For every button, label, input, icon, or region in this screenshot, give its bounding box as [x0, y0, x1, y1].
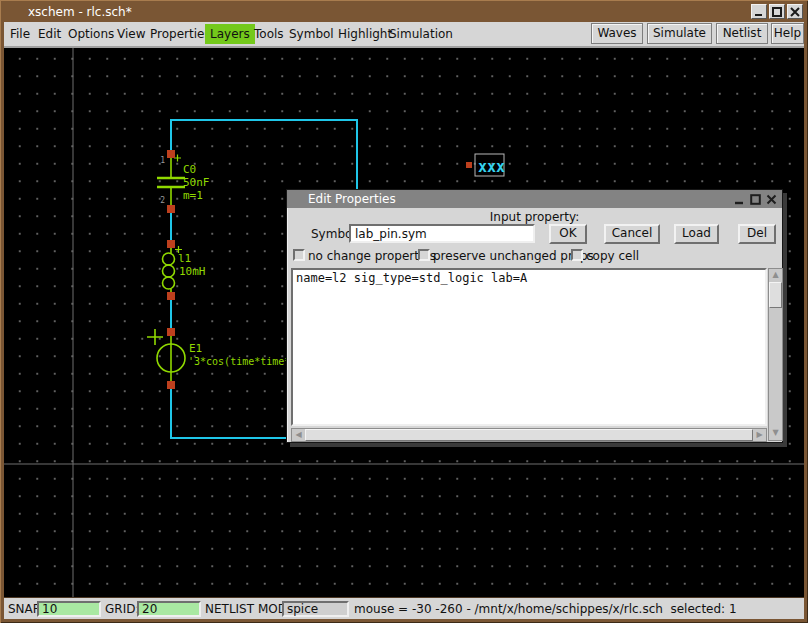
- canvas-top-border: [4, 46, 804, 48]
- pin-square[interactable]: [167, 381, 175, 389]
- cap-pin2-number: 2: [160, 196, 165, 205]
- close-icon: [790, 7, 800, 17]
- edit-properties-dialog: Edit Properties Input property: Symbol l…: [286, 189, 783, 443]
- pin-square[interactable]: [167, 150, 175, 158]
- maximize-icon: [772, 7, 782, 17]
- pin-square[interactable]: [167, 292, 175, 300]
- help-button[interactable]: Help: [771, 23, 804, 44]
- preserve-unchanged-props-checkbox[interactable]: [418, 249, 430, 261]
- ind-ref-label: l1: [178, 252, 191, 265]
- menu-symbol[interactable]: Symbol: [289, 27, 334, 41]
- dialog-title: Edit Properties: [308, 192, 396, 206]
- snap-input[interactable]: 10: [37, 601, 101, 617]
- menu-view[interactable]: View: [117, 27, 145, 41]
- cap-ref-label: C0: [183, 163, 196, 176]
- xschem-window: xschem - rlc.sch* File Edit Options View…: [0, 0, 808, 623]
- menu-properties[interactable]: Properties: [150, 27, 211, 41]
- simulate-button[interactable]: Simulate: [647, 23, 712, 44]
- ok-button[interactable]: OK: [549, 224, 587, 244]
- mouse-status-info: mouse = -30 -260 - /mnt/x/home/schippes/…: [354, 602, 737, 616]
- vertical-scrollbar[interactable]: ▲ ▼: [768, 268, 783, 441]
- close-button[interactable]: [787, 4, 803, 19]
- dialog-minimize-button[interactable]: [732, 192, 747, 207]
- cap-pin1-number: 1: [160, 156, 165, 165]
- statusbar: SNAP: 10 GRID: 20 NETLIST MODE: spice mo…: [4, 597, 804, 619]
- netlist-mode-input[interactable]: spice: [282, 601, 349, 617]
- menu-layers[interactable]: Layers: [205, 24, 255, 44]
- load-button[interactable]: Load: [674, 224, 719, 244]
- net-label-text: xxx: [478, 158, 505, 176]
- window-titlebar[interactable]: xschem - rlc.sch*: [4, 1, 804, 22]
- scroll-up-icon[interactable]: ▲: [769, 269, 782, 282]
- inductor-l1[interactable]: l1 10mH: [163, 240, 206, 300]
- copy-cell-checkbox[interactable]: [571, 249, 583, 261]
- vertical-scroll-thumb[interactable]: [769, 282, 782, 308]
- menu-edit[interactable]: Edit: [38, 27, 61, 41]
- maximize-button[interactable]: [769, 4, 785, 19]
- minimize-icon: [754, 7, 764, 17]
- pin-square[interactable]: [167, 328, 175, 336]
- pin-square[interactable]: [466, 162, 472, 168]
- symbol-input[interactable]: lab_pin.sym: [349, 224, 535, 243]
- no-change-properties-label: no change properties: [308, 249, 436, 263]
- plus-icon: [174, 155, 181, 162]
- preserve-unchanged-props-label: preserve unchanged props: [433, 249, 594, 263]
- window-title: xschem - rlc.sch*: [28, 5, 132, 19]
- cancel-button[interactable]: Cancel: [604, 224, 660, 244]
- pin-square[interactable]: [167, 240, 175, 248]
- input-property-prompt: Input property:: [287, 210, 782, 224]
- cap-mult-label: m=1: [183, 189, 203, 202]
- menu-tools[interactable]: Tools: [254, 27, 284, 41]
- waves-button[interactable]: Waves: [591, 23, 643, 44]
- net-label-selected[interactable]: xxx: [466, 154, 505, 176]
- grid-label: GRID:: [105, 602, 139, 616]
- capacitor-c0[interactable]: 1 2 C0 50nF m=1: [157, 150, 210, 213]
- del-button[interactable]: Del: [738, 224, 776, 244]
- dialog-close-button[interactable]: [764, 192, 779, 207]
- window-controls: [751, 4, 803, 19]
- menu-highlight[interactable]: Highlight: [338, 27, 392, 41]
- menubar: File Edit Options View Properties Layers…: [4, 22, 804, 46]
- menu-simulation[interactable]: Simulation: [389, 27, 453, 41]
- maximize-icon: [750, 194, 761, 205]
- scroll-down-icon[interactable]: ▼: [769, 427, 782, 440]
- dialog-controls: [732, 192, 779, 207]
- property-textarea[interactable]: name=l2 sig_type=std_logic lab=A: [291, 268, 767, 426]
- menu-file[interactable]: File: [10, 27, 30, 41]
- close-icon: [766, 194, 777, 205]
- dialog-titlebar[interactable]: Edit Properties: [287, 190, 782, 208]
- pin-square[interactable]: [167, 205, 175, 213]
- cap-value-label: 50nF: [183, 176, 210, 189]
- grid-input[interactable]: 20: [137, 601, 201, 617]
- minimize-icon: [734, 194, 745, 205]
- scroll-left-icon[interactable]: ◀: [292, 429, 305, 441]
- copy-cell-label: copy cell: [586, 249, 639, 263]
- no-change-properties-checkbox[interactable]: [293, 249, 305, 261]
- minimize-button[interactable]: [751, 4, 767, 19]
- dialog-maximize-button[interactable]: [748, 192, 763, 207]
- horizontal-scrollbar[interactable]: ◀ ▶: [291, 428, 767, 442]
- menu-options[interactable]: Options: [68, 27, 114, 41]
- netlist-button[interactable]: Netlist: [716, 23, 768, 44]
- src-ref-label: E1: [189, 342, 202, 355]
- horizontal-scroll-thumb[interactable]: [305, 429, 753, 441]
- ind-value-label: 10mH: [179, 265, 206, 278]
- plus-icon: [147, 329, 163, 345]
- scroll-right-icon[interactable]: ▶: [753, 429, 766, 441]
